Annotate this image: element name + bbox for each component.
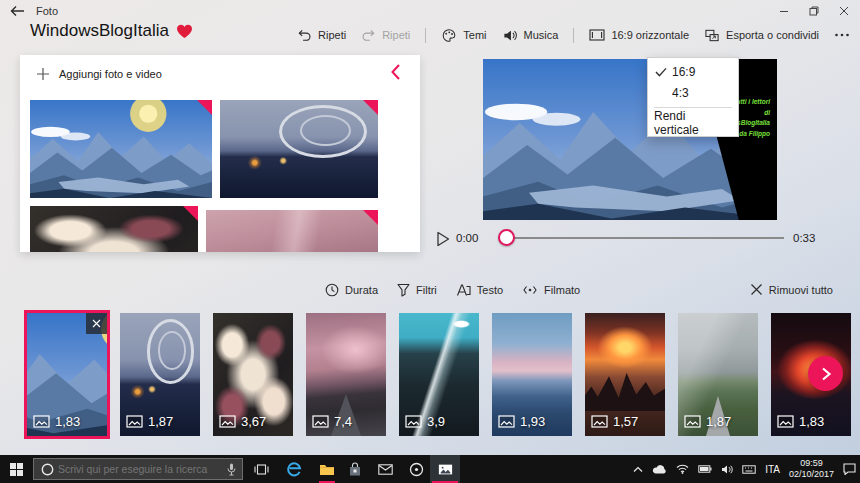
remove-all-x-icon — [750, 283, 763, 296]
clock-time: 09:59 — [789, 458, 834, 469]
plus-icon — [36, 67, 50, 81]
clip-duration-badge: 1,83 — [33, 414, 80, 429]
maximize-button[interactable] — [801, 0, 827, 21]
menu-item-16-9[interactable]: 16:9 — [648, 61, 738, 82]
microphone-icon[interactable] — [227, 463, 236, 476]
close-button[interactable] — [831, 0, 857, 21]
mountain-illustration — [30, 100, 212, 198]
mail-button[interactable] — [370, 455, 400, 483]
filters-button[interactable]: Filtri — [397, 283, 437, 297]
groove-music-button[interactable] — [401, 455, 431, 483]
storyboard-clip-5[interactable]: 3,9 — [399, 313, 479, 436]
aspect-ratio-button[interactable]: 16:9 orizzontale — [589, 28, 689, 42]
project-media-panel: Aggiungi foto e video — [20, 55, 420, 252]
photos-app-window: Foto WindowsBlogItalia Ripeti Ripeti Tem… — [0, 0, 860, 483]
action-center-icon — [843, 463, 856, 475]
remove-all-button[interactable]: Rimuovi tutto — [750, 283, 833, 296]
undo-button[interactable]: Ripeti — [297, 28, 346, 43]
collapse-panel-button[interactable] — [389, 63, 402, 81]
volume-tray-button[interactable] — [721, 464, 733, 475]
seek-thumb[interactable] — [498, 229, 515, 246]
touch-keyboard-button[interactable] — [742, 465, 756, 474]
windows-logo-icon — [10, 463, 23, 476]
app-title: Foto — [36, 5, 58, 17]
new-item-fold-badge — [363, 100, 378, 115]
wifi-tray-button[interactable] — [676, 464, 689, 474]
clock-icon — [325, 283, 339, 297]
language-indicator[interactable]: ITA — [765, 464, 780, 475]
themes-button[interactable]: Temi — [441, 28, 486, 43]
action-center-button[interactable] — [843, 463, 856, 475]
menu-item-make-vertical[interactable]: Rendi verticale — [648, 112, 738, 133]
photos-app-icon — [438, 462, 453, 477]
close-icon — [92, 319, 101, 328]
clock-date: 02/10/2017 — [789, 469, 834, 480]
storyboard-clip-6[interactable]: 1,93 — [492, 313, 572, 436]
clip-edit-toolbar: Durata Filtri Testo Filmato — [325, 283, 580, 297]
search-input[interactable] — [54, 463, 227, 475]
scroll-next-button[interactable] — [808, 356, 843, 391]
media-item-pink-clouds[interactable] — [206, 210, 378, 252]
photos-app-button[interactable] — [430, 455, 460, 483]
storyboard-clip-2[interactable]: 1,87 — [120, 313, 200, 436]
storyboard-clip-1[interactable]: 1,83 — [27, 313, 107, 436]
start-button[interactable] — [0, 455, 32, 483]
clip-duration-badge: 1,57 — [591, 414, 638, 429]
pink-clouds-photo — [206, 210, 378, 252]
onedrive-tray-button[interactable] — [652, 464, 667, 474]
photo-icon — [684, 415, 701, 428]
edge-icon — [286, 461, 302, 477]
media-item-mountains[interactable] — [30, 100, 212, 198]
photo-icon — [498, 415, 515, 428]
motion-button[interactable]: Filmato — [522, 283, 580, 297]
music-button[interactable]: Musica — [502, 28, 559, 43]
add-photos-button[interactable]: Aggiungi foto e video — [36, 67, 162, 81]
store-button[interactable] — [340, 455, 370, 483]
check-icon — [654, 66, 668, 78]
seek-bar[interactable] — [498, 226, 784, 250]
play-button[interactable] — [436, 231, 454, 247]
titlebar: Foto — [0, 0, 860, 22]
folder-icon — [319, 463, 335, 476]
media-item-nebula[interactable] — [30, 206, 198, 252]
new-item-fold-badge — [363, 210, 378, 225]
media-item-wheel[interactable] — [220, 100, 378, 198]
speaker-icon — [721, 464, 733, 475]
redo-button[interactable]: Ripeti — [361, 28, 410, 43]
battery-tray-button[interactable] — [698, 465, 712, 473]
storyboard-clip-4[interactable]: 7,4 — [306, 313, 386, 436]
redo-icon — [361, 28, 376, 43]
export-share-button[interactable]: Esporta o condividi — [704, 28, 819, 43]
photo-icon — [219, 415, 236, 428]
edge-browser-button[interactable] — [279, 455, 309, 483]
heart-icon — [176, 24, 193, 39]
clip-duration-badge: 1,87 — [684, 414, 731, 429]
back-arrow-icon — [10, 5, 25, 17]
project-title[interactable]: WindowsBlogItalia — [30, 21, 193, 41]
clip-duration-badge: 1,93 — [498, 414, 545, 429]
show-hidden-icons-button[interactable] — [633, 466, 643, 473]
minimize-button[interactable] — [771, 0, 797, 21]
taskbar-search[interactable] — [33, 458, 243, 480]
storyboard-clip-8[interactable]: 1,87 — [678, 313, 758, 436]
project-title-text: WindowsBlogItalia — [30, 21, 169, 41]
photo-icon — [33, 415, 50, 428]
remove-clip-button[interactable] — [86, 313, 107, 334]
back-button[interactable] — [10, 3, 32, 19]
more-button[interactable] — [834, 32, 850, 38]
toolbar-separator — [573, 28, 574, 43]
text-button[interactable]: Testo — [456, 283, 503, 297]
storyboard-clip-7[interactable]: 1,57 — [585, 313, 665, 436]
minimize-icon — [779, 6, 789, 16]
file-explorer-button[interactable] — [312, 455, 342, 483]
seek-track — [498, 237, 784, 239]
filter-icon — [397, 283, 410, 297]
storyboard-clip-3[interactable]: 3,67 — [213, 313, 293, 436]
duration-button[interactable]: Durata — [325, 283, 378, 297]
chevron-right-icon — [820, 366, 832, 382]
play-icon — [436, 231, 450, 247]
task-view-button[interactable] — [246, 455, 276, 483]
menu-item-4-3[interactable]: 4:3 — [648, 82, 738, 103]
clock[interactable]: 09:59 02/10/2017 — [789, 458, 834, 481]
motion-icon — [522, 283, 538, 297]
